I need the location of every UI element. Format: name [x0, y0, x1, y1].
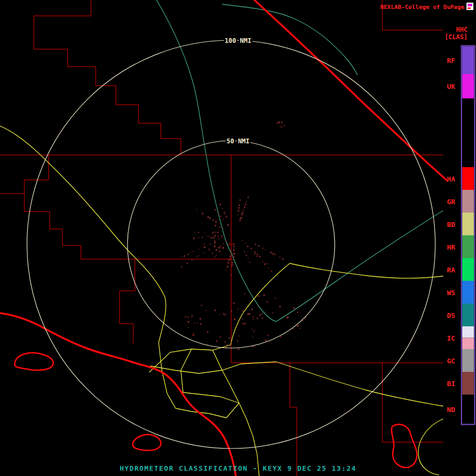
- legend-swatch-ic: [462, 338, 474, 350]
- legend-label-ws: WS: [447, 289, 455, 297]
- legend-label-ra: RA: [447, 266, 455, 274]
- legend-label-hr: HR: [447, 243, 455, 251]
- legend-swatch-ds: [462, 304, 474, 326]
- basemap: [0, 0, 447, 476]
- source-title: NEXLAB-College of DuPage: [380, 4, 464, 11]
- legend-label-nd: ND: [447, 406, 455, 414]
- legend-label-ic: IC: [447, 334, 455, 342]
- footer-title: HYDROMETEOR CLASSIFICATION - KEYX 9 DEC …: [120, 464, 356, 472]
- legend-label-gc: GC: [447, 357, 455, 365]
- color-legend: RFUKHAGRBDHRRAWSDSICGCBIND: [447, 46, 475, 425]
- legend-swatch-hr: [462, 235, 474, 258]
- rivers: [157, 0, 443, 322]
- radar-display: 100 NMI 50 NMI RFUKHAGRBDHRRAWSDSICGCBIN…: [0, 0, 476, 476]
- legend-swatch-rf: [462, 47, 474, 74]
- legend-label-bd: BD: [447, 221, 455, 228]
- legend-swatch-gr: [462, 190, 474, 213]
- legend-label-uk: UK: [447, 83, 455, 90]
- legend-label-bi: BI: [447, 380, 455, 388]
- lake-outlines: [15, 353, 417, 468]
- product-tag: [CLAS]: [445, 33, 468, 41]
- legend-label-rf: RF: [447, 57, 455, 65]
- legend-swatch-uk: [462, 74, 474, 98]
- legend-swatch-bi: [462, 372, 474, 395]
- legend-swatch-ha: [462, 167, 474, 190]
- cod-logo-icon: [466, 3, 473, 10]
- legend-swatch-ic: [462, 326, 474, 338]
- legend-swatch-gc: [462, 349, 474, 372]
- legend-label-ha: HA: [447, 175, 455, 183]
- legend-swatch-ws: [462, 281, 474, 304]
- outer-ring-label: 100 NMI: [225, 37, 252, 44]
- legend-swatch-ra: [462, 258, 474, 281]
- radar-echoes: [181, 122, 306, 350]
- legend-swatch-bd: [462, 213, 474, 235]
- legend-label-gr: GR: [447, 198, 455, 206]
- major-highways-red: [0, 0, 447, 476]
- county-boundaries: [0, 0, 443, 476]
- highways-yellow: [0, 126, 443, 476]
- legend-label-ds: DS: [447, 312, 455, 319]
- radar-map-canvas: 100 NMI 50 NMI RFUKHAGRBDHRRAWSDSICGCBIN…: [0, 0, 476, 476]
- product-code: HHC: [456, 26, 468, 33]
- inner-ring-label: 50 NMI: [226, 138, 249, 145]
